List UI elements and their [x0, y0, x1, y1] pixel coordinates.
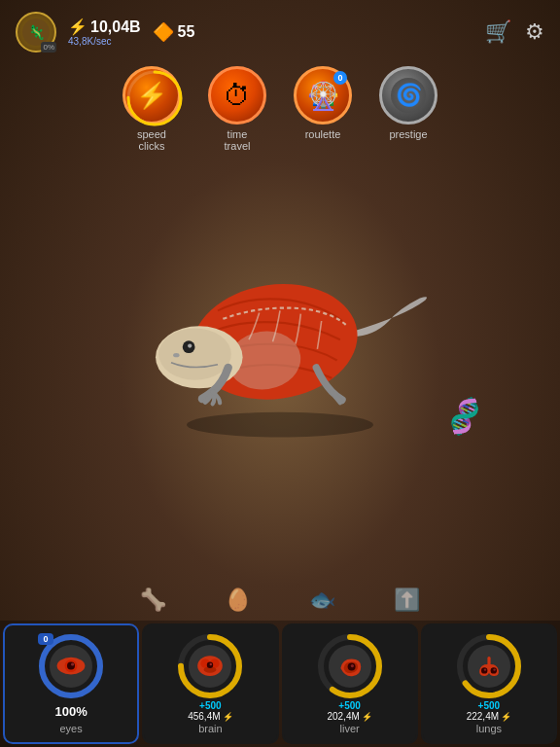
- lungs-name: lungs: [476, 723, 502, 734]
- organ-card-brain[interactable]: +500 456,4M ⚡ brain: [142, 623, 278, 744]
- powerup-time-travel[interactable]: ⏱ timetravel: [208, 66, 266, 152]
- svg-point-33: [484, 668, 486, 670]
- liver-gauge: [317, 633, 383, 699]
- creature-area[interactable]: [124, 165, 436, 477]
- roulette-icon: 🎡: [306, 80, 340, 112]
- powerup-speed-circle: ⚡: [122, 66, 181, 124]
- organ-card-liver[interactable]: +500 202,4M ⚡ liver: [282, 623, 418, 744]
- header-icons: 🛒 ⚙: [485, 19, 544, 45]
- svg-point-14: [67, 662, 75, 670]
- liver-name: liver: [340, 723, 360, 734]
- gem-currency: 🔶 55: [153, 21, 195, 43]
- eyes-gauge: 0: [38, 633, 104, 699]
- svg-point-6: [158, 328, 231, 379]
- eyes-icon: [50, 645, 92, 688]
- powerup-prestige[interactable]: 🌀 prestige: [379, 66, 438, 152]
- creature-icon[interactable]: 🦎 0%: [16, 12, 56, 53]
- svg-point-2: [187, 412, 373, 438]
- organ-card-eyes[interactable]: 0 100% eyes: [3, 623, 139, 744]
- dna-float: 🧬: [441, 394, 487, 439]
- nav-egg[interactable]: 🥚: [225, 587, 251, 613]
- brain-upgrade: +500: [199, 700, 222, 711]
- svg-point-9: [173, 353, 179, 357]
- powerup-prestige-circle: 🌀: [379, 66, 438, 124]
- powerup-time-circle: ⏱: [208, 66, 266, 124]
- time-travel-icon: ⏱: [224, 80, 251, 112]
- svg-point-23: [210, 663, 212, 665]
- settings-button[interactable]: ⚙: [525, 19, 544, 45]
- speed-clicks-icon: ⚡: [136, 81, 167, 111]
- percent-badge: 0%: [41, 42, 56, 53]
- lightning-currency: ⚡ 10,04B 43,8K/sec: [68, 18, 141, 47]
- header: 🦎 0% ⚡ 10,04B 43,8K/sec 🔶 55 🛒 ⚙: [0, 12, 560, 53]
- lungs-gauge: [456, 633, 522, 699]
- lightning-icon: ⚡: [68, 18, 88, 36]
- brain-value-icon: ⚡: [223, 712, 233, 722]
- organ-card-lungs[interactable]: +500 222,4M ⚡ lungs: [421, 623, 557, 744]
- eyes-name: eyes: [60, 723, 83, 734]
- prestige-label: prestige: [389, 128, 427, 140]
- powerup-speed-clicks[interactable]: ⚡ speedclicks: [122, 66, 181, 152]
- lungs-value: 222,4M ⚡: [467, 711, 511, 722]
- liver-info: +500 202,4M ⚡: [327, 700, 371, 722]
- nav-fish[interactable]: 🐟: [309, 587, 335, 613]
- svg-point-8: [188, 343, 192, 347]
- lungs-upgrade: +500: [478, 700, 501, 711]
- lungs-icon: [468, 645, 510, 688]
- eyes-percent: 100%: [55, 704, 88, 719]
- powerup-roulette-circle: 🎡 0: [294, 66, 352, 124]
- brain-name: brain: [198, 723, 222, 734]
- brain-icon: [189, 645, 231, 688]
- lizard-creature[interactable]: [124, 165, 436, 477]
- prestige-icon-inner: 🌀: [391, 78, 426, 113]
- time-travel-label: timetravel: [225, 128, 251, 152]
- nav-upgrade[interactable]: ⬆️: [394, 587, 420, 613]
- liver-icon: [329, 645, 371, 688]
- gem-icon: 🔶: [153, 21, 174, 43]
- cart-button[interactable]: 🛒: [485, 19, 511, 45]
- brain-value: 456,4M ⚡: [188, 711, 232, 722]
- eyes-level: 0: [38, 633, 53, 645]
- brain-info: +500 456,4M ⚡: [188, 700, 232, 722]
- bottom-cards: 0 100% eyes +500: [0, 621, 560, 747]
- powerups-row: ⚡ speedclicks ⏱ timetravel 🎡 0 roulette …: [0, 66, 560, 152]
- liver-upgrade: +500: [338, 700, 361, 711]
- liver-value: 202,4M ⚡: [327, 711, 371, 722]
- gem-amount: 55: [178, 23, 195, 41]
- svg-point-34: [493, 668, 495, 670]
- per-sec: 43,8K/sec: [68, 36, 141, 47]
- svg-point-15: [71, 662, 74, 665]
- lightning-amount: ⚡ 10,04B: [68, 18, 141, 36]
- speed-clicks-label: speedclicks: [137, 128, 166, 152]
- brain-gauge: [177, 633, 243, 699]
- roulette-label: roulette: [305, 128, 341, 140]
- powerup-roulette[interactable]: 🎡 0 roulette: [294, 66, 352, 152]
- bottom-nav: 🦴 🥚 🐟 ⬆️: [0, 587, 560, 613]
- nav-bone[interactable]: 🦴: [140, 587, 166, 613]
- liver-value-icon: ⚡: [362, 712, 372, 722]
- svg-point-27: [350, 664, 353, 667]
- roulette-badge: 0: [333, 71, 347, 85]
- lungs-info: +500 222,4M ⚡: [467, 700, 511, 722]
- lungs-value-icon: ⚡: [501, 712, 511, 722]
